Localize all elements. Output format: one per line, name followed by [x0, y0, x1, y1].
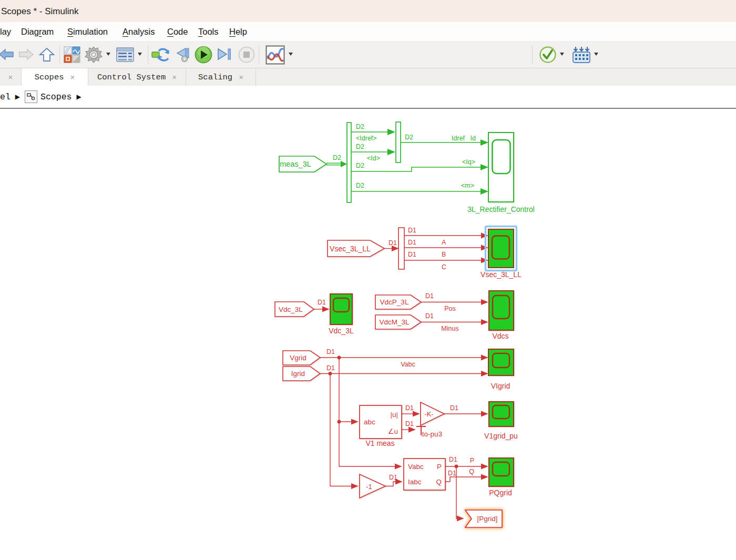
breadcrumb: el ▶ Scopes ▶	[0, 86, 736, 109]
rate-label: D2	[356, 182, 364, 189]
minus1-gain-block[interactable]	[360, 474, 385, 498]
library-browser-icon[interactable]	[63, 46, 81, 63]
step-forward-icon[interactable]	[215, 46, 234, 63]
check-advisor-dropdown-icon[interactable]	[560, 53, 564, 56]
signal-name-label: Vabc	[401, 361, 415, 368]
window-titlebar: Scopes * - Simulink	[0, 0, 736, 22]
gain-value-label: -K-	[424, 410, 433, 418]
bus-arrowhead-icon	[341, 161, 347, 167]
signal-name-label: <Iq>	[462, 158, 475, 166]
meas-3l-tag-label: meas_3L	[280, 160, 311, 168]
vdcs-scope-label: Vdcs	[492, 332, 508, 340]
model-configuration-dropdown-icon[interactable]	[138, 53, 142, 56]
signal-name-label: <m>	[461, 182, 474, 189]
build-icon[interactable]	[571, 46, 592, 63]
vdc-scope-label: Vdc_3L	[329, 327, 354, 335]
model-canvas[interactable]: meas_3L D2 D2 <Idref> D2 <Id> D2 Idref I…	[0, 109, 736, 560]
rate-label: D1	[405, 420, 414, 427]
rate-label: D1	[408, 227, 416, 234]
rate-label: D1	[448, 470, 456, 477]
tab-close-icon[interactable]: ×	[239, 73, 243, 82]
tab-close-icon[interactable]: ×	[70, 73, 75, 82]
breadcrumb-current[interactable]: Scopes	[40, 92, 71, 102]
scope-screen-icon	[493, 140, 510, 174]
rate-label: D2	[356, 162, 364, 169]
v1grid-pu-scope-label: V1grid_pu	[484, 432, 518, 440]
check-advisor-icon[interactable]	[538, 46, 557, 63]
vsec-scope-label: Vsec_3L_LL	[481, 270, 522, 279]
rate-label: D1	[389, 239, 397, 247]
pgrid-goto-label: [Pgrid]	[477, 515, 497, 523]
chevron-right-icon: ▶	[76, 93, 81, 100]
signal-name-label: A	[442, 239, 446, 246]
rate-label: D1	[326, 364, 335, 372]
menu-analysis[interactable]: Analysis	[122, 22, 155, 41]
bus-selector-block[interactable]	[347, 123, 351, 202]
tab-scopes[interactable]: Scopes ×	[22, 68, 88, 86]
gain-value-label: -1	[366, 483, 372, 491]
gear-dropdown-icon[interactable]	[106, 53, 110, 56]
branch-dot	[455, 465, 458, 469]
gear-icon[interactable]	[84, 46, 104, 63]
port-label: Q	[436, 478, 442, 486]
mux-block[interactable]	[396, 122, 401, 162]
rate-label: D1	[449, 456, 457, 463]
stop-icon[interactable]	[237, 46, 256, 63]
step-back-icon[interactable]	[173, 46, 192, 63]
v1meas-block-label: V1 meas	[365, 439, 394, 447]
menu-diagram[interactable]: Diagram	[21, 22, 54, 41]
port-label: abc	[364, 418, 375, 426]
forward-icon[interactable]	[18, 46, 35, 63]
rate-label: D1	[408, 239, 416, 246]
data-inspector-icon[interactable]	[264, 46, 285, 63]
port-label: Vabc	[408, 463, 424, 471]
main-toolbar: Normal	[0, 41, 736, 68]
menu-simulation[interactable]: Simulation	[67, 22, 108, 41]
tab-label: Scaling	[198, 73, 232, 82]
run-icon[interactable]	[194, 46, 213, 63]
tab-label: Scopes	[35, 73, 64, 82]
port-label: ∠u	[387, 427, 398, 435]
rate-label: D1	[405, 404, 414, 412]
pqgrid-scope-label: PQgrid	[489, 488, 512, 497]
update-model-icon[interactable]	[151, 46, 171, 63]
signal-name-label: <Idref>	[356, 135, 377, 142]
signal-name-label: <Id>	[367, 155, 380, 162]
rate-label: D1	[425, 292, 434, 300]
data-inspector-dropdown-icon[interactable]	[289, 53, 293, 56]
rate-label: D1	[450, 404, 458, 412]
menu-tools[interactable]: Tools	[198, 22, 219, 41]
model-configuration-icon[interactable]	[116, 46, 135, 63]
menu-code[interactable]: Code	[167, 22, 188, 41]
rectifier-scope-label: 3L_Rectifier_Control	[467, 205, 535, 213]
breadcrumb-model-partial[interactable]: el	[0, 92, 11, 102]
rate-label: D1	[425, 312, 434, 320]
rate-label: D1	[389, 474, 397, 481]
tab-scaling[interactable]: Scaling ×	[186, 68, 256, 86]
vdc-tag-label: Vdc_3L	[279, 306, 303, 313]
rate-label: D2	[356, 143, 364, 150]
up-icon[interactable]	[38, 46, 56, 63]
tab-partial[interactable]: ×	[0, 68, 22, 86]
back-icon[interactable]	[0, 46, 15, 63]
build-dropdown-icon[interactable]	[594, 53, 598, 56]
menu-help[interactable]: Help	[229, 22, 247, 41]
rate-label: D1	[318, 299, 326, 306]
branch-dot	[338, 356, 341, 360]
tab-close-icon[interactable]: ×	[172, 73, 177, 82]
rate-label: D2	[333, 154, 341, 161]
tab-close-icon[interactable]: ×	[8, 73, 13, 82]
signal-name-label: Minus	[441, 325, 458, 332]
vigrid-scope-label: VIgrid	[491, 382, 510, 390]
v1meas-wires[interactable]	[402, 414, 487, 430]
demux-block[interactable]	[398, 228, 404, 269]
subsystem-icon	[25, 90, 37, 103]
vsec-tag-label: Vsec_3L_LL	[330, 245, 371, 253]
window-title: Scopes * - Simulink	[1, 6, 78, 16]
menu-display-partial[interactable]: lay	[0, 22, 11, 41]
signal-name-label: Idref Id	[452, 135, 476, 142]
rate-label: D1	[408, 251, 416, 258]
menu-bar: lay Diagram Simulation Analysis Code Too…	[0, 22, 736, 41]
tab-control-system[interactable]: Control System ×	[88, 68, 186, 86]
branch-dot	[329, 372, 332, 375]
